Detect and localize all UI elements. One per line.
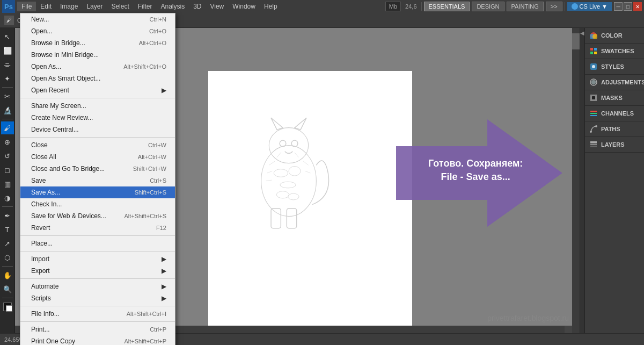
- menu-import[interactable]: Import ▶: [20, 253, 175, 265]
- tool-move[interactable]: ↖: [1, 30, 14, 43]
- tool-magic-wand[interactable]: ✦: [1, 72, 14, 85]
- panel-layers[interactable]: LAYERS: [585, 137, 644, 153]
- menu-browse-bridge-shortcut: Alt+Ctrl+O: [139, 40, 166, 46]
- menu-new[interactable]: New... Ctrl+N: [20, 13, 175, 25]
- menu-select[interactable]: Select: [107, 2, 133, 11]
- workspace-painting[interactable]: PAINTING: [507, 2, 544, 11]
- svg-line-14: [295, 153, 298, 157]
- panel-collapse-button[interactable]: ◀: [580, 28, 585, 333]
- color-panel-icon: [589, 31, 598, 40]
- tool-crop[interactable]: ✂: [1, 90, 14, 103]
- tool-history[interactable]: ↺: [1, 149, 14, 162]
- svg-line-13: [277, 153, 281, 157]
- menu-layer[interactable]: Layer: [82, 2, 107, 11]
- maximize-button[interactable]: □: [624, 2, 632, 11]
- svg-point-36: [590, 131, 592, 133]
- menu-scripts[interactable]: Scripts ▶: [20, 292, 175, 304]
- tool-marquee[interactable]: ⬜: [1, 44, 14, 57]
- menu-save-web-label: Save for Web & Devices...: [31, 212, 106, 220]
- menu-export[interactable]: Export ▶: [20, 265, 175, 277]
- menu-open-smart[interactable]: Open As Smart Object...: [20, 73, 175, 84]
- menu-image[interactable]: Image: [56, 2, 82, 11]
- menu-save-as[interactable]: Save As... Shift+Ctrl+S: [20, 186, 175, 198]
- menu-new-review[interactable]: Create New Review...: [20, 112, 175, 124]
- menu-file[interactable]: File: [17, 2, 36, 11]
- tool-hand[interactable]: ✋: [1, 269, 14, 282]
- menu-scripts-label: Scripts: [31, 294, 51, 302]
- menu-export-label: Export: [31, 267, 50, 275]
- tool-lasso[interactable]: ⌯: [1, 58, 14, 71]
- menu-print[interactable]: Print... Ctrl+P: [20, 324, 175, 335]
- tool-eyedropper[interactable]: 🔬: [1, 104, 14, 117]
- tool-brush[interactable]: 🖌: [1, 121, 14, 134]
- menu-place[interactable]: Place...: [20, 238, 175, 249]
- menu-close[interactable]: Close Ctrl+W: [20, 139, 175, 151]
- tool-eraser[interactable]: ◻: [1, 163, 14, 176]
- menu-print-one-shortcut: Alt+Shift+Ctrl+P: [124, 338, 166, 344]
- menu-device-central[interactable]: Device Central...: [20, 124, 175, 135]
- panel-swatches[interactable]: SWATCHES: [585, 44, 644, 59]
- svg-rect-7: [287, 209, 296, 228]
- menu-close-bridge[interactable]: Close and Go To Bridge... Shift+Ctrl+W: [20, 163, 175, 175]
- tool-gradient[interactable]: ▥: [1, 177, 14, 190]
- swatches-panel-icon: [589, 47, 598, 55]
- menu-3d[interactable]: 3D: [189, 2, 206, 11]
- workspace-design[interactable]: DESIGN: [472, 2, 504, 11]
- tool-pen[interactable]: ✒: [1, 209, 14, 222]
- panel-color[interactable]: COLOR: [585, 28, 644, 44]
- menu-print-one[interactable]: Print One Copy Alt+Shift+Ctrl+P: [20, 335, 175, 345]
- menu-close-all[interactable]: Close All Alt+Ctrl+W: [20, 151, 175, 163]
- tool-zoom[interactable]: 🔍: [1, 283, 14, 296]
- background-color[interactable]: [6, 305, 12, 312]
- brush-options-icon[interactable]: 🖌: [4, 16, 14, 25]
- panel-channels[interactable]: CHANNELS: [585, 106, 644, 121]
- menu-automate[interactable]: Automate ▶: [20, 281, 175, 292]
- menu-open-recent-arrow: ▶: [162, 87, 166, 94]
- panel-paths[interactable]: PATHS: [585, 121, 644, 137]
- menu-export-arrow: ▶: [162, 267, 166, 275]
- tool-path-select[interactable]: ↗: [1, 237, 14, 250]
- menu-share[interactable]: Share My Screen...: [20, 100, 175, 112]
- menu-save-web-shortcut: Alt+Shift+Ctrl+S: [124, 213, 166, 219]
- menu-browse-bridge[interactable]: Browse in Bridge... Alt+Ctrl+O: [20, 37, 175, 49]
- menu-close-bridge-shortcut: Shift+Ctrl+W: [133, 166, 166, 172]
- menu-help[interactable]: Help: [260, 2, 282, 11]
- menu-save-web[interactable]: Save for Web & Devices... Alt+Shift+Ctrl…: [20, 210, 175, 222]
- panel-styles[interactable]: STYLES: [585, 59, 644, 75]
- menu-open-recent[interactable]: Open Recent ▶: [20, 84, 175, 96]
- svg-point-16: [289, 167, 301, 176]
- vertical-scrollbar[interactable]: [572, 33, 580, 49]
- svg-line-8: [269, 161, 275, 165]
- workspace-essentials[interactable]: ESSENTIALS: [424, 2, 470, 11]
- tool-shape[interactable]: ⬡: [1, 251, 14, 264]
- menu-view[interactable]: View: [206, 2, 228, 11]
- panel-masks[interactable]: MASKS: [585, 90, 644, 106]
- workspace-more[interactable]: >>: [546, 2, 562, 11]
- menu-window[interactable]: Window: [228, 2, 260, 11]
- menu-open[interactable]: Open... Ctrl+O: [20, 25, 175, 37]
- panel-adjustments[interactable]: ADJUSTMENTS: [585, 75, 644, 90]
- cs-live-button[interactable]: CS Live ▼: [567, 2, 612, 11]
- svg-rect-26: [590, 52, 593, 54]
- menu-revert[interactable]: Revert F12: [20, 222, 175, 234]
- menu-browse-mini[interactable]: Browse in Mini Bridge...: [20, 49, 175, 61]
- close-button[interactable]: ✕: [633, 2, 642, 11]
- menu-edit[interactable]: Edit: [36, 2, 56, 11]
- svg-rect-25: [594, 48, 597, 51]
- menu-analysis[interactable]: Analysis: [156, 2, 189, 11]
- menu-close-all-shortcut: Alt+Ctrl+W: [138, 154, 166, 160]
- svg-point-0: [261, 146, 317, 217]
- tool-text[interactable]: T: [1, 223, 14, 236]
- tool-clone[interactable]: ⊕: [1, 135, 14, 148]
- svg-rect-6: [271, 209, 281, 228]
- menu-save[interactable]: Save Ctrl+S: [20, 175, 175, 186]
- foreground-color[interactable]: [3, 303, 12, 311]
- menu-check-in[interactable]: Check In...: [20, 198, 175, 210]
- menu-open-as[interactable]: Open As... Alt+Shift+Ctrl+O: [20, 61, 175, 73]
- menu-filter[interactable]: Filter: [134, 2, 157, 11]
- menu-file-info[interactable]: File Info... Alt+Shift+Ctrl+I: [20, 308, 175, 320]
- tool-dodge[interactable]: ◑: [1, 191, 14, 204]
- minimize-button[interactable]: ─: [614, 2, 623, 11]
- svg-rect-32: [592, 96, 595, 99]
- menu-file-info-label: File Info...: [31, 310, 60, 318]
